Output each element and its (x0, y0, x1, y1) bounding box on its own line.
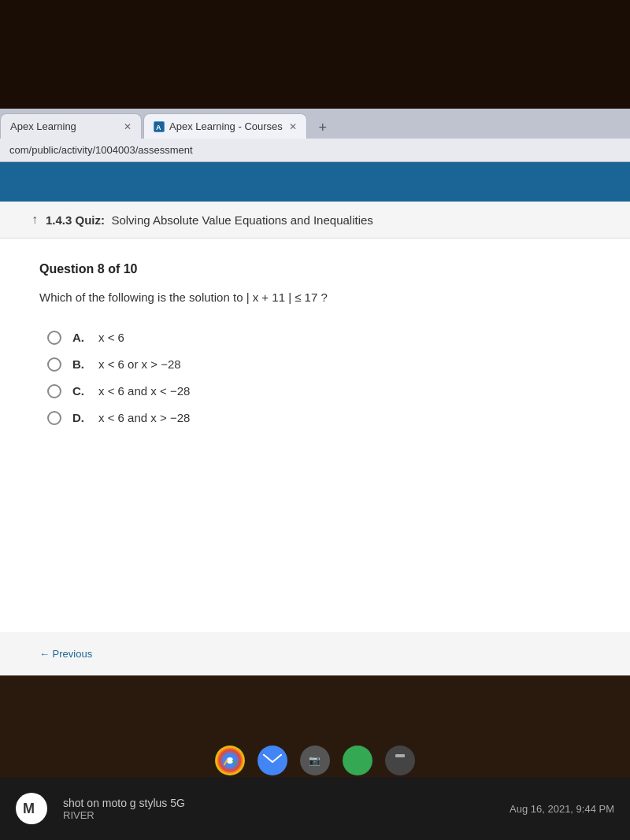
quiz-header-title: Solving Absolute Value Equations and Ine… (111, 213, 372, 227)
tab-apex-learning[interactable]: Apex Learning ✕ (0, 113, 142, 139)
question-number: Question 8 of 10 (39, 262, 591, 276)
option-b-text: x < 6 or x > −28 (98, 357, 181, 371)
tab-close-1[interactable]: ✕ (124, 121, 132, 132)
option-d[interactable]: D. x < 6 and x > −28 (47, 411, 591, 425)
photos-icon[interactable]: 📷 (300, 746, 330, 775)
radio-d[interactable] (47, 411, 61, 425)
device-model: RIVER (63, 809, 510, 821)
option-a-label: A. (72, 331, 84, 344)
device-info: shot on moto g stylus 5G RIVER (63, 797, 510, 821)
option-c-label: C. (72, 384, 84, 398)
top-dark-area (0, 0, 630, 109)
shot-text: shot on moto g stylus 5G (63, 797, 510, 809)
quiz-header-number: 1.4.3 Quiz: (46, 213, 105, 227)
mail-icon[interactable] (258, 746, 287, 775)
blue-banner (0, 162, 630, 202)
option-b-label: B. (72, 357, 84, 371)
tab-bar: Apex Learning ✕ A Apex Learning - Course… (0, 109, 630, 139)
taskbar-icons: 📷 (215, 746, 415, 775)
tab-apex-learning-courses[interactable]: A Apex Learning - Courses ✕ (143, 113, 307, 139)
svg-point-3 (227, 757, 233, 764)
option-d-text: x < 6 and x > −28 (98, 411, 190, 424)
back-icon[interactable]: ↑ (32, 213, 38, 227)
browser-chrome: Apex Learning ✕ A Apex Learning - Course… (0, 109, 630, 162)
option-c-text: x < 6 and x < −28 (98, 384, 190, 398)
tab-title-2: Apex Learning - Courses (169, 120, 283, 132)
question-text: Which of the following is the solution t… (39, 289, 591, 307)
option-a[interactable]: A. x < 6 (47, 331, 591, 345)
tab-title-1: Apex Learning (10, 120, 117, 132)
bottom-taskbar: M shot on moto g stylus 5G RIVER Aug 16,… (0, 777, 630, 840)
tab-close-2[interactable]: ✕ (289, 121, 297, 132)
maps-icon[interactable] (343, 746, 372, 775)
svg-text:M: M (23, 801, 35, 816)
tab-favicon-2: A (154, 121, 165, 132)
previous-button-label: ← Previous (39, 648, 92, 660)
radio-a[interactable] (47, 331, 61, 345)
option-a-text: x < 6 (98, 331, 124, 344)
previous-button[interactable]: ← Previous (39, 648, 591, 660)
quiz-body: Question 8 of 10 Which of the following … (0, 239, 630, 632)
address-bar[interactable]: com/public/activity/1004003/assessment (0, 139, 630, 162)
calculator-icon[interactable] (385, 746, 415, 775)
answer-options: A. x < 6 B. x < 6 or x > −28 C. x < 6 an… (39, 331, 591, 425)
svg-rect-9 (395, 754, 405, 757)
quiz-header-label: 1.4.3 Quiz: Solving Absolute Value Equat… (46, 213, 373, 227)
radio-b[interactable] (47, 357, 61, 372)
option-d-label: D. (72, 411, 84, 424)
nav-buttons: ← Previous (0, 632, 630, 675)
quiz-header: ↑ 1.4.3 Quiz: Solving Absolute Value Equ… (0, 202, 630, 239)
new-tab-button[interactable]: + (312, 117, 334, 139)
url-text: com/public/activity/1004003/assessment (9, 144, 193, 156)
option-b[interactable]: B. x < 6 or x > −28 (47, 357, 591, 372)
timestamp: Aug 16, 2021, 9:44 PM (510, 803, 614, 815)
radio-c[interactable] (47, 384, 61, 398)
option-c[interactable]: C. x < 6 and x < −28 (47, 384, 591, 398)
svg-point-7 (350, 753, 365, 768)
chrome-icon[interactable] (215, 746, 245, 775)
motorola-logo: M (16, 793, 47, 824)
svg-text:A: A (156, 124, 161, 131)
svg-text:📷: 📷 (309, 754, 321, 766)
